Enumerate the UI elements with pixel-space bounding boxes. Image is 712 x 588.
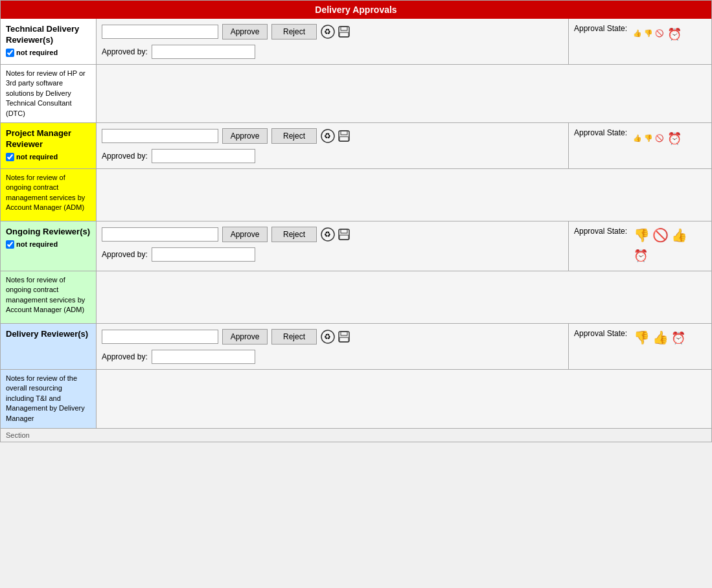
- thumbsdown-icon-delivery: 👎: [632, 329, 649, 346]
- svg-rect-21: [341, 229, 347, 233]
- svg-text:♻: ♻: [324, 27, 331, 36]
- top-row-delivery: Approve Reject ♻: [102, 329, 563, 345]
- action-icons-project: ♻: [321, 129, 351, 143]
- svg-rect-29: [339, 332, 349, 342]
- approve-button-technical[interactable]: Approve: [222, 24, 268, 40]
- notes-row-technical: Notes for review of HP or 3rd party soft…: [1, 65, 711, 123]
- approved-by-input-ongoing[interactable]: [152, 247, 255, 262]
- thumbsdown-icon-ongoing: 👎: [632, 227, 649, 243]
- section-title-technical: Technical Delivery Reviewer(s): [6, 24, 91, 46]
- label-cell-delivery: Delivery Reviewer(s): [1, 324, 97, 369]
- clock-icon-project: ⏰: [666, 130, 683, 146]
- notes-text-delivery: Notes for review of the overall resourci…: [6, 374, 85, 422]
- svg-text:⏰: ⏰: [667, 27, 682, 41]
- section-row-delivery: Delivery Reviewer(s) Approve Reject ♻: [1, 324, 711, 370]
- notes-row-ongoing: Notes for review of ongoing contract man…: [1, 271, 711, 324]
- svg-text:👍: 👍: [633, 28, 641, 38]
- notes-text-project: Notes for review of ongoing contract man…: [6, 174, 85, 211]
- action-icons-ongoing: ♻: [321, 227, 351, 242]
- approved-by-label-delivery: Approved by:: [102, 352, 148, 361]
- approval-cell-project: Approval State: 👍 👎 🚫 ⏰: [569, 123, 711, 168]
- content-cell-ongoing: Approve Reject ♻ Approved by:: [97, 221, 569, 271]
- content-cell-technical: Approve Reject ♻ Approved by:: [97, 19, 569, 64]
- svg-rect-3: [341, 27, 347, 30]
- content-cell-project: Approve Reject ♻ Approved by:: [97, 123, 569, 168]
- svg-text:♻: ♻: [324, 131, 331, 141]
- approved-by-row-technical: Approved by:: [102, 45, 563, 59]
- approve-button-project[interactable]: Approve: [222, 128, 268, 144]
- not-required-checkbox-ongoing[interactable]: [6, 240, 14, 249]
- not-required-technical: not required: [6, 49, 91, 57]
- reviewer-input-project[interactable]: [102, 129, 218, 143]
- svg-text:👍: 👍: [633, 133, 641, 142]
- notes-label-technical: Notes for review of HP or 3rd party soft…: [1, 65, 97, 122]
- thumbsdown-icon-project: 👎: [643, 130, 652, 146]
- approved-by-row-project: Approved by:: [102, 149, 563, 163]
- approval-cell-ongoing: Approval State: 👎 🚫 👍 ⏰: [569, 221, 711, 271]
- approval-icons-technical: 👍 👎 🚫 ⏰: [632, 24, 706, 42]
- svg-text:👎: 👎: [644, 28, 652, 38]
- approval-cell-delivery: Approval State: 👎 👍 ⏰: [569, 324, 711, 369]
- svg-text:👎: 👎: [634, 330, 649, 345]
- approved-by-label-technical: Approved by:: [102, 47, 148, 56]
- noentry-icon-project: 🚫: [654, 130, 663, 146]
- approval-icons-project: 👍 👎 🚫 ⏰: [632, 128, 706, 148]
- not-required-checkbox-technical[interactable]: [6, 49, 14, 57]
- save-icon-project: [337, 129, 351, 143]
- reviewer-input-technical[interactable]: [102, 25, 218, 39]
- reject-button-delivery[interactable]: Reject: [271, 329, 317, 345]
- svg-text:👎: 👎: [634, 227, 649, 243]
- reject-button-project[interactable]: Reject: [271, 128, 317, 144]
- noentry-icon-ongoing: 🚫: [651, 227, 668, 243]
- notes-label-project: Notes for review of ongoing contract man…: [1, 169, 97, 221]
- approval-state-label-technical: Approval State:: [574, 24, 627, 33]
- section-row-technical: Technical Delivery Reviewer(s) not requi…: [1, 19, 711, 65]
- approve-button-delivery[interactable]: Approve: [222, 329, 268, 345]
- top-row-ongoing: Approve Reject ♻: [102, 227, 563, 242]
- notes-label-ongoing: Notes for review of ongoing contract man…: [1, 271, 97, 323]
- approval-icons-ongoing: 👎 🚫 👍 ⏰: [632, 227, 697, 266]
- svg-text:👍: 👍: [652, 330, 668, 345]
- section-title-ongoing: Ongoing Reviewer(s): [6, 227, 91, 238]
- reject-button-technical[interactable]: Reject: [271, 24, 317, 40]
- bottom-bar: Section: [1, 428, 711, 442]
- clock-icon-delivery: ⏰: [670, 329, 687, 346]
- recycle-icon-technical: ♻: [321, 25, 335, 39]
- approved-by-input-technical[interactable]: [152, 45, 255, 59]
- page-header: Delivery Approvals: [1, 1, 711, 19]
- notes-content-delivery[interactable]: [97, 370, 711, 428]
- not-required-checkbox-project[interactable]: [6, 153, 14, 161]
- svg-rect-4: [339, 32, 349, 37]
- approved-by-input-project[interactable]: [152, 149, 255, 163]
- notes-content-project[interactable]: [97, 169, 711, 221]
- approval-icons-delivery: 👎 👍 ⏰: [632, 329, 687, 346]
- thumbsup-icon-delivery: 👍: [651, 329, 668, 346]
- noentry-icon-technical: 🚫: [654, 25, 663, 41]
- approval-state-label-project: Approval State:: [574, 128, 627, 137]
- svg-rect-30: [341, 332, 347, 335]
- clock-icon-ongoing: ⏰: [632, 247, 649, 264]
- approve-button-ongoing[interactable]: Approve: [222, 227, 268, 242]
- not-required-project: not required: [6, 153, 91, 161]
- approved-by-label-project: Approved by:: [102, 152, 148, 161]
- svg-text:🚫: 🚫: [655, 28, 663, 38]
- recycle-icon-ongoing: ♻: [321, 227, 335, 242]
- reject-button-ongoing[interactable]: Reject: [271, 227, 317, 242]
- section-label: Section: [6, 431, 30, 439]
- notes-content-technical[interactable]: [97, 65, 711, 122]
- thumbsdown-icon-technical: 👎: [643, 25, 652, 41]
- approved-by-row-ongoing: Approved by:: [102, 247, 563, 262]
- reviewer-input-delivery[interactable]: [102, 330, 218, 344]
- reviewer-input-ongoing[interactable]: [102, 227, 218, 242]
- section-row-project: Project Manager Reviewer not required Ap…: [1, 123, 711, 169]
- thumbsup-icon-project: 👍: [632, 130, 641, 146]
- label-cell-ongoing: Ongoing Reviewer(s) not required: [1, 221, 97, 271]
- svg-rect-12: [341, 131, 347, 135]
- section-title-project: Project Manager Reviewer: [6, 128, 91, 150]
- thumbsup-icon-technical: 👍: [632, 25, 641, 41]
- section-row-ongoing: Ongoing Reviewer(s) not required Approve…: [1, 221, 711, 271]
- approval-state-label-delivery: Approval State:: [574, 329, 627, 338]
- thumbsup-icon-ongoing: 👍: [670, 227, 687, 243]
- notes-content-ongoing[interactable]: [97, 271, 711, 323]
- approved-by-input-delivery[interactable]: [152, 350, 255, 364]
